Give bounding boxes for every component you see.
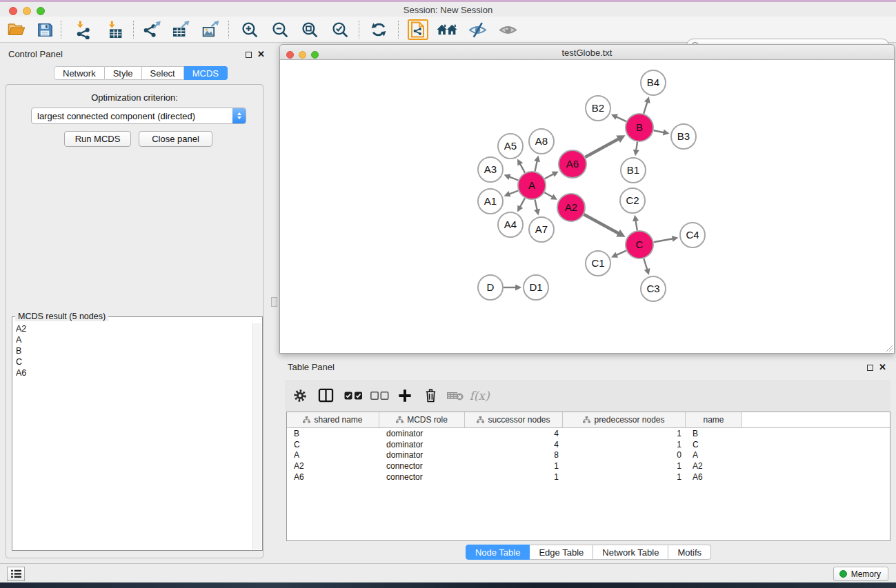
cell[interactable]: C [686, 440, 742, 449]
refresh-layout-button[interactable] [368, 19, 389, 40]
graph-node-B4[interactable]: B4 [641, 70, 666, 95]
tab-edge-table[interactable]: Edge Table [530, 545, 593, 560]
column-header-predecessor-nodes[interactable]: predecessor nodes [563, 412, 686, 427]
table-row[interactable]: A2connector11A2 [287, 460, 890, 472]
network-document-button[interactable] [408, 19, 428, 40]
graph-edge-B-B1[interactable] [636, 142, 637, 151]
add-column-icon[interactable] [394, 380, 416, 411]
cell[interactable]: B [287, 429, 379, 438]
result-item[interactable]: A6 [13, 367, 252, 378]
close-panel-button[interactable]: Close panel [139, 131, 212, 147]
graph-node-B1[interactable]: B1 [621, 158, 646, 183]
memory-button[interactable]: Memory [833, 567, 888, 581]
graph-node-B3[interactable]: B3 [671, 124, 696, 149]
graph-edge-B-B3[interactable] [654, 130, 664, 132]
cell[interactable]: 1 [563, 429, 686, 438]
delete-table-icon[interactable] [444, 380, 466, 411]
graph-node-D[interactable]: D [478, 275, 503, 300]
graph-edge-A-A1[interactable] [509, 191, 518, 194]
close-panel-icon[interactable]: ✕ [257, 51, 265, 58]
table-row[interactable]: Cdominator41C [287, 439, 890, 450]
cell[interactable]: 1 [465, 472, 563, 482]
result-item[interactable]: A2 [13, 323, 252, 334]
graph-edge-A-A4[interactable] [520, 198, 525, 207]
tab-network-table[interactable]: Network Table [593, 545, 668, 560]
zoom-selected-button[interactable] [330, 19, 350, 40]
import-network-button[interactable] [73, 19, 94, 40]
import-table-button[interactable] [105, 19, 126, 40]
graph-edge-A-A7[interactable] [535, 200, 537, 210]
select-all-icon[interactable] [342, 380, 364, 411]
graph-edge-A-A8[interactable] [535, 161, 537, 171]
delete-column-trash-icon[interactable] [419, 380, 441, 411]
graph-node-A2[interactable]: A2 [557, 194, 585, 221]
tab-style[interactable]: Style [105, 66, 142, 80]
show-columns-icon[interactable] [315, 380, 337, 411]
cell[interactable]: 4 [465, 440, 563, 449]
cell[interactable]: 1 [563, 440, 686, 449]
cell[interactable]: A6 [287, 472, 379, 482]
graph-edge-C-C3[interactable] [644, 258, 647, 270]
network-canvas[interactable]: AA1A2A3A4A5A6A7A8BB1B2B3B4CC1C2C3C4DD1 [279, 60, 895, 354]
graph-node-A7[interactable]: A7 [529, 217, 554, 242]
export-table-button[interactable] [170, 19, 191, 40]
hide-eye-button[interactable] [467, 19, 488, 40]
graph-edge-A6-B[interactable] [585, 139, 619, 157]
run-mcds-button[interactable]: Run MCDS [64, 131, 131, 147]
table-row[interactable]: Adominator80A [287, 449, 890, 460]
graph-edge-A-A5[interactable] [520, 164, 525, 173]
graph-edge-C-C1[interactable] [616, 251, 626, 256]
float-table-panel-icon[interactable] [867, 365, 873, 371]
cell[interactable]: dominator [379, 450, 465, 460]
home-button[interactable] [437, 19, 457, 40]
graph-node-A6[interactable]: A6 [559, 150, 586, 178]
graph-edge-C-C4[interactable] [654, 239, 673, 242]
tab-node-table[interactable]: Node Table [466, 545, 530, 560]
result-item[interactable]: C [13, 356, 252, 367]
cell[interactable]: A2 [686, 461, 742, 471]
graph-node-A4[interactable]: A4 [498, 212, 523, 237]
zoom-in-button[interactable] [239, 19, 260, 40]
export-network-button[interactable] [141, 19, 162, 40]
graph-node-A3[interactable]: A3 [478, 157, 503, 182]
tab-select[interactable]: Select [142, 66, 184, 80]
column-header-name[interactable]: name [686, 412, 742, 427]
graph-node-D1[interactable]: D1 [524, 275, 548, 300]
export-image-button[interactable] [200, 19, 221, 40]
graph-edge-A-A3[interactable] [509, 176, 518, 180]
float-panel-icon[interactable] [246, 52, 252, 58]
cell[interactable]: A [686, 450, 742, 460]
graph-node-B[interactable]: B [626, 114, 653, 141]
tab-network[interactable]: Network [54, 66, 105, 80]
show-eye-button[interactable] [497, 19, 518, 40]
zoom-out-button[interactable] [270, 19, 290, 40]
cell[interactable]: 4 [465, 429, 563, 438]
criterion-select[interactable]: largest connected component (directed) [31, 108, 246, 124]
cell[interactable]: C [287, 440, 379, 449]
graph-node-B2[interactable]: B2 [586, 96, 610, 121]
network-graph[interactable]: AA1A2A3A4A5A6A7A8BB1B2B3B4CC1C2C3C4DD1 [280, 60, 894, 352]
graph-node-C1[interactable]: C1 [586, 251, 610, 276]
graph-edge-A2-C[interactable] [584, 214, 619, 234]
graph-node-A5[interactable]: A5 [498, 134, 523, 159]
table-row[interactable]: A6connector11A6 [287, 472, 890, 483]
function-builder-icon[interactable]: f(x) [468, 380, 490, 411]
column-header-MCDS-role[interactable]: MCDS role [379, 412, 465, 427]
cell[interactable]: A [287, 450, 379, 460]
deselect-all-icon[interactable] [368, 380, 390, 411]
save-session-button[interactable] [34, 19, 55, 40]
graph-edge-A-A2[interactable] [544, 192, 552, 197]
cell[interactable]: B [686, 429, 742, 438]
network-window-titlebar[interactable]: testGlobe.txt [279, 44, 895, 60]
graph-node-A1[interactable]: A1 [478, 189, 503, 214]
close-table-panel-icon[interactable]: ✕ [879, 364, 886, 371]
cell[interactable]: 1 [563, 472, 686, 482]
cell[interactable]: 0 [563, 450, 686, 460]
tab-mcds[interactable]: MCDS [184, 66, 228, 80]
task-history-button[interactable] [7, 567, 25, 581]
open-session-button[interactable] [6, 19, 26, 40]
graph-node-A8[interactable]: A8 [529, 129, 554, 154]
cell[interactable]: connector [379, 472, 465, 482]
result-item[interactable]: A [13, 334, 252, 345]
cell[interactable]: 8 [465, 450, 563, 460]
